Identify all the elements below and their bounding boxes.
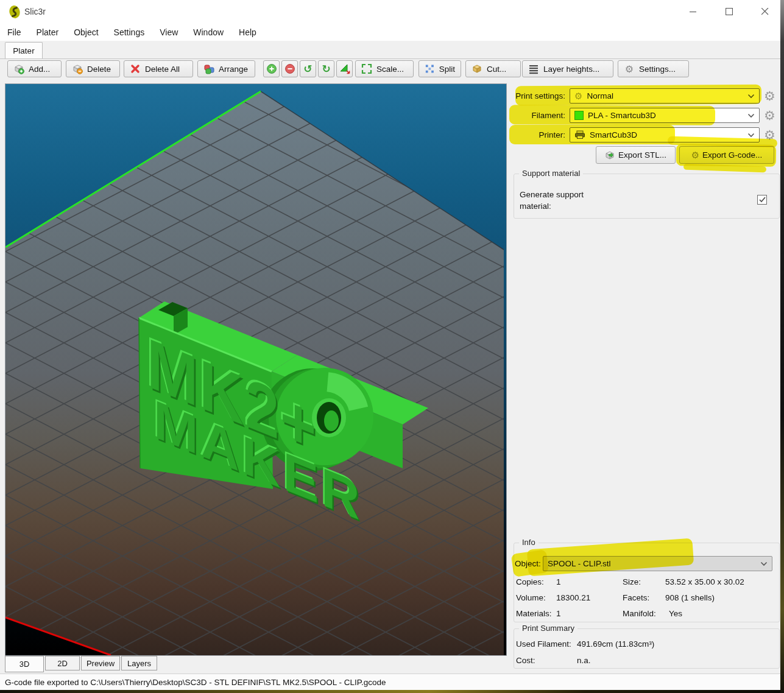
menu-settings[interactable]: Settings <box>114 27 145 37</box>
manifold-label: Manifold: <box>623 609 656 618</box>
rotate-cw-icon: ↻ <box>322 64 330 74</box>
menu-object[interactable]: Object <box>74 27 98 37</box>
notebook-tab-strip: Plater <box>0 41 780 58</box>
used-filament-label: Used Filament: <box>516 639 571 649</box>
change-scale-icon <box>339 63 350 74</box>
layer-heights-icon <box>528 63 539 74</box>
cut-button[interactable]: Cut... <box>465 60 521 77</box>
cut-icon <box>471 63 482 74</box>
print-summary-group: Print Summary <box>514 628 780 669</box>
manifold-value: Yes <box>669 609 682 618</box>
menu-help[interactable]: Help <box>239 27 256 37</box>
close-icon <box>761 8 769 15</box>
size-label: Size: <box>623 577 641 586</box>
add-object-icon <box>13 63 24 74</box>
maximize-icon <box>726 8 733 15</box>
minimize-button[interactable] <box>679 0 707 23</box>
highlight-object-label <box>511 549 549 577</box>
cost-label: Cost: <box>516 656 535 665</box>
generate-support-checkbox[interactable] <box>757 195 767 205</box>
menu-bar: File Plater Object Settings View Window … <box>0 23 780 41</box>
tab-preview[interactable]: Preview <box>81 656 120 670</box>
tab-layers[interactable]: Layers <box>121 656 157 670</box>
pane-divider <box>0 58 780 59</box>
maximize-button[interactable] <box>715 0 743 23</box>
materials-value: 1 <box>556 609 561 618</box>
facets-label: Facets: <box>623 593 649 602</box>
gear-icon: ⚙ <box>624 63 635 74</box>
tab-3d[interactable]: 3D <box>5 656 44 672</box>
highlight-filament <box>509 105 715 125</box>
volume-label: Volume: <box>516 593 546 602</box>
export-stl-icon <box>605 150 615 160</box>
delete-object-icon <box>72 63 83 74</box>
highlight-printer <box>509 125 675 144</box>
arrange-button[interactable]: Arrange <box>197 60 255 77</box>
menu-file[interactable]: File <box>7 27 21 37</box>
status-message: G-code file exported to C:\Users\Thierry… <box>5 678 386 687</box>
build-plate-scene: MK2+ MK2+ MK2+ MAKER MAKER MAKER <box>5 84 506 655</box>
layer-heights-button[interactable]: Layer heights... <box>522 60 613 77</box>
size-value: 53.52 x 35.00 x 30.02 <box>665 577 744 586</box>
filament-gear-button[interactable]: ⚙ <box>764 109 775 122</box>
change-scale-button[interactable] <box>336 60 353 77</box>
desktop-edge-right <box>780 0 784 690</box>
increase-copies-button[interactable] <box>263 60 280 77</box>
menu-plater[interactable]: Plater <box>37 27 59 37</box>
highlight-print-settings <box>515 85 761 106</box>
scale-button[interactable]: Scale... <box>355 60 414 77</box>
copies-label: Copies: <box>516 577 544 586</box>
close-button[interactable] <box>751 0 779 23</box>
used-filament-value: 491.69cm (11.83cm³) <box>577 639 654 649</box>
window-title: Slic3r <box>24 7 46 16</box>
delete-all-button[interactable]: Delete All <box>124 60 193 77</box>
tab-plater[interactable]: Plater <box>5 42 43 59</box>
add-button[interactable]: Add... <box>7 60 62 77</box>
delete-button[interactable]: Delete <box>66 60 120 77</box>
generate-support-label: Generate support <box>520 190 584 199</box>
menu-view[interactable]: View <box>160 27 178 37</box>
arrange-icon <box>203 63 214 74</box>
decrease-copies-button[interactable] <box>281 60 298 77</box>
chevron-down-icon <box>747 133 755 138</box>
slic3r-window: Slic3r File Plater Object Settings View … <box>0 0 780 690</box>
split-button[interactable]: Split <box>418 60 461 77</box>
export-stl-button[interactable]: Export STL... <box>596 146 676 164</box>
decrease-copies-icon <box>284 63 295 74</box>
slic3r-logo-icon <box>8 5 21 19</box>
rotate-cw-button[interactable]: ↻ <box>318 60 334 77</box>
menu-window[interactable]: Window <box>193 27 224 37</box>
facets-value: 908 (1 shells) <box>665 593 715 602</box>
copies-value: 1 <box>556 577 561 586</box>
checkmark-icon <box>759 197 766 203</box>
cost-value: n.a. <box>577 656 591 665</box>
status-bar: G-code file exported to C:\Users\Thierry… <box>0 674 780 690</box>
print-settings-gear-button[interactable]: ⚙ <box>764 90 775 102</box>
rotate-ccw-button[interactable]: ↺ <box>300 60 316 77</box>
chevron-down-icon <box>747 113 755 118</box>
generate-support-label-2: material: <box>520 202 551 211</box>
tab-2d[interactable]: 2D <box>45 656 80 670</box>
rotate-ccw-icon: ↺ <box>303 64 312 74</box>
split-icon <box>425 63 435 74</box>
volume-value: 18300.21 <box>556 593 590 602</box>
scale-icon <box>361 63 372 74</box>
materials-label: Materials: <box>516 609 552 618</box>
minimize-icon <box>690 8 697 15</box>
viewport-3d[interactable]: MK2+ MK2+ MK2+ MAKER MAKER MAKER <box>5 83 507 656</box>
increase-copies-icon <box>266 63 277 74</box>
delete-all-icon <box>130 63 141 74</box>
chevron-down-icon <box>760 561 768 566</box>
settings-button[interactable]: ⚙Settings... <box>618 60 689 77</box>
title-bar: Slic3r <box>0 0 780 23</box>
